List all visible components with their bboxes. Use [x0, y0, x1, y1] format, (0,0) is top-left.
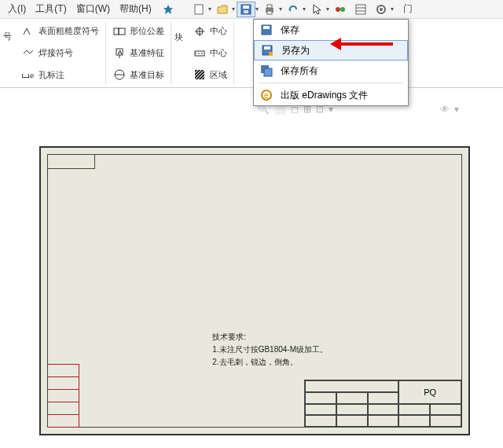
gtol-button[interactable]: 形位公差: [112, 22, 164, 41]
dropdown-arrow-icon[interactable]: ▾: [391, 6, 394, 13]
menu-insert[interactable]: 入(I): [3, 2, 31, 16]
svg-rect-33: [264, 68, 272, 76]
gtol-icon: [112, 24, 127, 39]
datum-feature-icon: A: [112, 46, 127, 61]
menu-bar: 入(I) 工具(T) 窗口(W) 帮助(H) ▾ ▾ ▾ ▾ ▾ ▾ ▾ 门: [0, 0, 503, 19]
dropdown-arrow-icon[interactable]: ▾: [255, 6, 259, 13]
save-all-icon: [259, 63, 274, 79]
ribbon-group-center: 中心 中心 区域: [186, 22, 234, 84]
menu-item-label: 保存所有: [281, 64, 318, 78]
options-button[interactable]: [351, 2, 370, 17]
undo-button[interactable]: [284, 2, 303, 17]
svg-rect-29: [263, 26, 270, 29]
surface-finish-icon: [21, 24, 35, 39]
new-button[interactable]: [189, 2, 208, 17]
menu-help[interactable]: 帮助(H): [115, 2, 156, 16]
dropdown-arrow-icon[interactable]: ▾: [232, 6, 235, 13]
area-hatch-button[interactable]: 区域: [193, 65, 227, 84]
menu-item-label: 另存为: [281, 44, 310, 57]
svg-rect-15: [114, 28, 119, 35]
notes-line: 1.未注尺寸按GB1804-M级加工。: [212, 343, 328, 356]
menu-separator: [259, 83, 403, 83]
svg-rect-31: [264, 46, 270, 50]
datum-feature-button[interactable]: A 基准特征: [112, 44, 164, 63]
save-as-icon: [259, 42, 275, 58]
dropdown-arrow-icon[interactable]: ▾: [326, 6, 329, 13]
hatch-icon: [193, 68, 207, 82]
menu-tools[interactable]: 工具(T): [31, 2, 71, 16]
ribbon-group-datum: 形位公差 A 基准特征 基准目标: [106, 22, 171, 84]
dropdown-arrow-icon[interactable]: ▾: [208, 6, 211, 13]
publish-edrawings-menu-item[interactable]: e 出版 eDrawings 文件: [254, 85, 408, 105]
corner-box: [48, 155, 95, 169]
ribbon-block-label: 块: [171, 22, 186, 84]
menu-truncated[interactable]: 门: [403, 2, 413, 16]
centerline-icon: [193, 46, 207, 61]
svg-rect-9: [356, 5, 365, 14]
notes-title: 技术要求:: [212, 331, 328, 343]
menu-item-label: 出版 eDrawings 文件: [281, 89, 368, 102]
revision-block: [48, 364, 79, 427]
rebuild-button[interactable]: [331, 2, 350, 17]
svg-rect-2: [243, 6, 249, 9]
dropdown-arrow-icon[interactable]: ▾: [279, 6, 282, 13]
notes-line: 2.去毛刺，锐边，倒角。: [212, 356, 328, 369]
menu-window[interactable]: 窗口(W): [72, 2, 115, 16]
svg-text:e: e: [264, 91, 269, 100]
centermark-button[interactable]: 中心: [193, 22, 227, 41]
weld-icon: [21, 46, 35, 61]
weld-symbol-button[interactable]: 焊接符号: [21, 44, 99, 63]
technical-notes: 技术要求: 1.未注尺寸按GB1804-M级加工。 2.去毛刺，锐边，倒角。: [212, 331, 328, 369]
sheet-border: 技术要求: 1.未注尺寸按GB1804-M级加工。 2.去毛刺，锐边，倒角。 P…: [47, 154, 462, 428]
title-block: PQ: [304, 380, 461, 427]
ribbon: 号 表面粗糙度符号 焊接符号 ⌴∅ 孔标注 形位公差 A 基准特征 基准目标 块: [0, 19, 503, 88]
surface-finish-button[interactable]: 表面粗糙度符号: [21, 22, 99, 41]
svg-text:A: A: [118, 49, 123, 56]
svg-rect-6: [267, 11, 272, 14]
menu-item-label: 保存: [281, 24, 299, 37]
save-icon: [259, 22, 274, 38]
view-icon[interactable]: 👁: [440, 104, 450, 115]
svg-point-7: [336, 7, 340, 12]
pin-icon[interactable]: [163, 4, 174, 15]
ribbon-group-annotation: 表面粗糙度符号 焊接符号 ⌴∅ 孔标注: [15, 22, 106, 84]
svg-rect-5: [267, 5, 272, 8]
title-block-label: PQ: [398, 380, 461, 404]
annotation-arrow: [338, 42, 393, 46]
hole-icon: ⌴∅: [21, 68, 35, 82]
open-button[interactable]: [213, 2, 232, 17]
dropdown-arrow-icon[interactable]: ▾: [303, 6, 306, 13]
hole-callout-button[interactable]: ⌴∅ 孔标注: [21, 65, 99, 84]
edrawings-icon: e: [259, 87, 274, 103]
settings-button[interactable]: [372, 2, 391, 17]
ribbon-left-label: 号: [0, 22, 15, 84]
svg-point-8: [340, 7, 345, 12]
drawing-canvas[interactable]: 技术要求: 1.未注尺寸按GB1804-M级加工。 2.去毛刺，锐边，倒角。 P…: [0, 126, 503, 448]
save-button[interactable]: [237, 2, 255, 17]
svg-text:⌴∅: ⌴∅: [22, 71, 34, 79]
svg-rect-16: [119, 28, 125, 35]
drawing-sheet: 技术要求: 1.未注尺寸按GB1804-M级加工。 2.去毛刺，锐边，倒角。 P…: [39, 146, 470, 435]
cursor-button[interactable]: [307, 2, 326, 17]
print-button[interactable]: [260, 2, 279, 17]
centerline-button[interactable]: 中心: [193, 44, 227, 63]
svg-rect-3: [244, 10, 248, 13]
datum-target-icon: [112, 68, 127, 82]
datum-target-button[interactable]: 基准目标: [112, 65, 164, 84]
svg-rect-0: [195, 5, 203, 14]
centermark-icon: [193, 24, 207, 39]
quick-toolbar: ▾ ▾ ▾ ▾ ▾ ▾ ▾ 门: [189, 2, 413, 17]
svg-point-13: [380, 8, 383, 11]
save-all-menu-item[interactable]: 保存所有: [254, 61, 408, 81]
save-dropdown-menu: 保存 另存为 保存所有 e 出版 eDrawings 文件: [253, 19, 409, 106]
view-icon[interactable]: ▾: [454, 104, 459, 115]
